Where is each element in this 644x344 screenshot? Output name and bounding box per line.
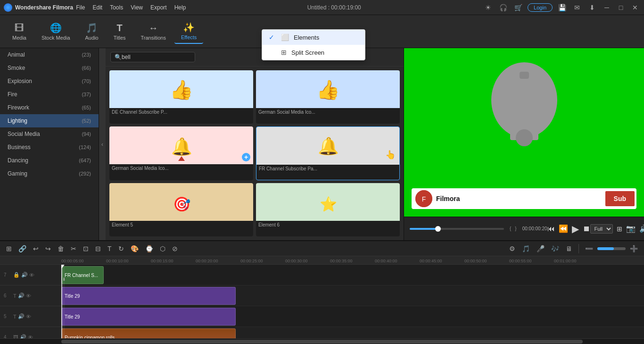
skip-back-button[interactable]: ⏮ <box>547 225 555 233</box>
thumbnail-elem6[interactable]: ⭐ Element 6 <box>256 183 400 236</box>
text-button[interactable]: T <box>105 244 114 253</box>
thumb-label-fr: FR Channel Subscribe Pa... <box>256 165 399 173</box>
track-lock-icon-7[interactable]: 🔒 <box>13 272 20 278</box>
subscribe-button[interactable]: Sub <box>605 191 635 206</box>
cut-button[interactable]: ✂ <box>68 244 79 253</box>
track-labels: 7 🔒 🔊 👁 6 T 🔊 👁 5 T <box>0 265 61 338</box>
progress-track[interactable] <box>410 228 504 230</box>
menu-file[interactable]: File <box>76 4 85 11</box>
thumbnail-german-social-2[interactable]: 🔔 + German Social Media Ico... <box>109 126 253 181</box>
timeline-settings[interactable]: ⚙ <box>507 244 518 253</box>
track-num-6: 6 <box>4 293 10 298</box>
clip-title-29b[interactable]: Title 29 <box>61 308 236 326</box>
timeline-screen[interactable]: 🖥 <box>563 244 575 253</box>
add-track-button[interactable]: ⊞ <box>4 244 14 253</box>
timeline-audio[interactable]: 🎵 <box>520 244 532 253</box>
toolbar-titles[interactable]: T Titles <box>107 20 132 43</box>
sidebar-business-label: Business <box>8 144 31 151</box>
progress-fill <box>410 228 438 230</box>
dropdown-split-screen[interactable]: ⊞ Split Screen <box>262 45 365 60</box>
sidebar-item-lighting[interactable]: Lighting (52) <box>0 114 99 127</box>
zoom-out-button[interactable]: ➖ <box>583 244 595 253</box>
thumbnail-fr-channel[interactable]: 🔔 👆 FR Channel Subscribe Pa... <box>256 126 400 181</box>
loop-button[interactable]: ↻ <box>116 244 126 253</box>
svg-rect-16 <box>520 72 529 79</box>
delete-button[interactable]: 🗑 <box>55 244 66 253</box>
sidebar-item-dancing[interactable]: Dancing (647) <box>0 154 99 167</box>
track-icons-7: 🔒 🔊 👁 <box>13 272 34 278</box>
sidebar-item-fire[interactable]: Fire (37) <box>0 88 99 101</box>
clip-fr-channel[interactable]: FR Channel S... <box>61 266 104 284</box>
channel-avatar: F <box>415 190 432 207</box>
svg-text:🎯: 🎯 <box>173 196 190 213</box>
close-button[interactable]: ✕ <box>630 2 640 13</box>
search-input[interactable] <box>122 54 188 60</box>
track-visible-icon-5[interactable]: 👁 <box>26 314 31 319</box>
timeline-link-button[interactable]: 🔗 <box>16 244 29 253</box>
quality-select[interactable]: Full 1/2 1/4 <box>590 224 613 234</box>
snapshot-button[interactable]: 📷 <box>626 224 636 233</box>
menu-export[interactable]: Export <box>150 4 167 11</box>
step-back-button[interactable]: ⏪ <box>559 224 568 233</box>
track-visible-icon-4[interactable]: 👁 <box>28 335 33 339</box>
track-mute-icon-7[interactable]: 🔊 <box>21 272 28 278</box>
track-mute-icon-6[interactable]: 🔊 <box>18 293 25 299</box>
playback-left: { } 00:00:00:20 <box>410 226 547 231</box>
dropdown-elements[interactable]: ✓ ⬜ Elements <box>262 30 365 45</box>
split-button[interactable]: ⊘ <box>170 244 180 253</box>
fit-screen-button[interactable]: ⊞ <box>617 225 622 233</box>
sidebar-item-gaming[interactable]: Gaming (292) <box>0 167 99 180</box>
toolbar-audio[interactable]: 🎵 Audio <box>79 19 105 43</box>
clip-pumpkin[interactable]: Pumpkin cinnamon rolls <box>61 328 236 338</box>
track-mute-icon-5[interactable]: 🔊 <box>18 313 25 319</box>
stop-button[interactable]: ⏹ <box>583 225 590 233</box>
menu-help[interactable]: Help <box>174 4 186 11</box>
minimize-button[interactable]: ─ <box>602 2 612 13</box>
zoom-slider[interactable] <box>597 247 626 250</box>
timeline-redo-button[interactable]: ↪ <box>43 244 53 253</box>
login-button[interactable]: Login <box>528 3 553 12</box>
clip-title-29a[interactable]: Title 29 <box>61 287 236 305</box>
sidebar-item-firework[interactable]: Firework (65) <box>0 101 99 114</box>
thumbnail-german-social-1[interactable]: 👍 German Social Media Ico... <box>256 70 400 124</box>
toolbar-effects[interactable]: ✨ Effects <box>174 19 203 44</box>
timeline-toolbar: ⊞ 🔗 ↩ ↪ 🗑 ✂ ⊡ ⊟ T ↻ 🎨 ⌚ ⬡ ⊘ ⚙ 🎵 🎤 🎶 🖥 ➖ … <box>0 241 644 256</box>
track-mute-icon-4[interactable]: 🔊 <box>20 334 26 338</box>
track-visible-icon-7[interactable]: 👁 <box>29 272 34 278</box>
mail-icon[interactable]: ✉ <box>571 2 583 13</box>
speed-button[interactable]: ⬡ <box>157 244 168 253</box>
menu-edit[interactable]: Edit <box>92 4 102 11</box>
timeline-music[interactable]: 🎶 <box>549 244 561 253</box>
color-button[interactable]: 🎨 <box>128 244 141 253</box>
thumbnail-de-channel[interactable]: 👍 DE Channel Subscribe P... <box>109 70 253 124</box>
sidebar-item-animal[interactable]: Animal (23) <box>0 48 99 61</box>
cart-icon[interactable]: 🛒 <box>512 2 524 13</box>
save-icon[interactable]: 💾 <box>556 2 568 13</box>
volume-button[interactable]: 🔊 <box>639 224 644 233</box>
toolbar-media[interactable]: 🎞 Media <box>6 20 33 43</box>
zoom-in-button[interactable]: ➕ <box>627 244 640 253</box>
headphone-icon[interactable]: 🎧 <box>497 2 509 13</box>
menu-tools[interactable]: Tools <box>110 4 123 11</box>
sidebar-item-smoke[interactable]: Smoke (66) <box>0 61 99 75</box>
thumbnail-elem5[interactable]: 🎯 Element 5 <box>109 183 253 236</box>
timeline-undo-button[interactable]: ↩ <box>31 244 41 253</box>
timeline-mic[interactable]: 🎤 <box>534 244 547 253</box>
sidebar-collapse-arrow[interactable]: ‹ <box>99 48 106 240</box>
sidebar-item-business[interactable]: Business (124) <box>0 141 99 154</box>
menu-view[interactable]: View <box>131 4 143 11</box>
sidebar-item-explosion[interactable]: Explosion (70) <box>0 75 99 88</box>
crop-button[interactable]: ⊡ <box>81 244 91 253</box>
resize-button[interactable]: ⊟ <box>93 244 103 253</box>
sun-icon[interactable]: ☀ <box>482 2 494 13</box>
sidebar-item-social-media[interactable]: Social Media (94) <box>0 127 99 141</box>
effects-tl-button[interactable]: ⌚ <box>143 244 156 253</box>
play-button[interactable]: ▶ <box>572 223 579 235</box>
download-icon[interactable]: ⬇ <box>586 2 598 13</box>
toolbar-stock-media[interactable]: 🌐 Stock Media <box>35 19 77 43</box>
toolbar-transitions[interactable]: ↔ Transitions <box>134 20 173 43</box>
track-visible-icon-6[interactable]: 👁 <box>26 293 31 299</box>
maximize-button[interactable]: □ <box>616 2 626 13</box>
ruler-mark-3: 00:00:15:00 <box>151 259 196 263</box>
timeline-scrollbar[interactable] <box>0 338 644 344</box>
